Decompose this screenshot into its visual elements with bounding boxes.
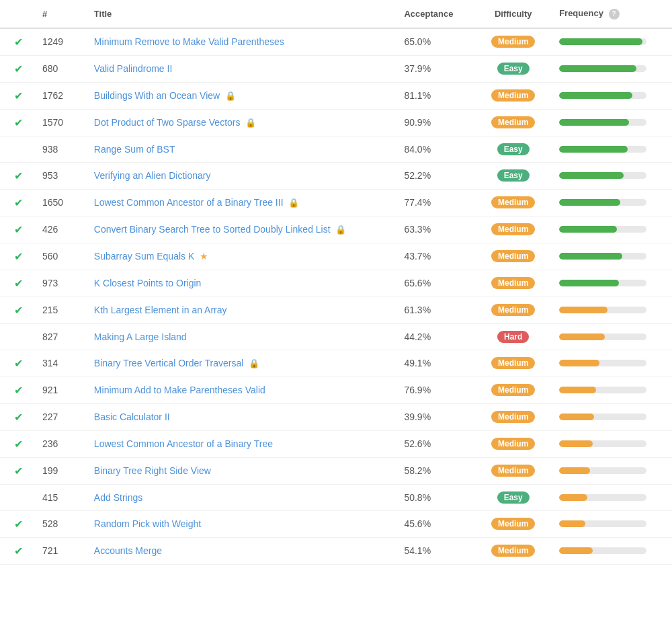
problem-number: 1249 [37, 28, 89, 56]
check-icon: ✔ [14, 438, 23, 450]
difficulty-badge: Medium [491, 384, 535, 396]
problem-title-link[interactable]: Kth Largest Element in an Array [94, 305, 227, 315]
difficulty-cell: Hard [472, 323, 554, 350]
problem-title-link[interactable]: Basic Calculator II [94, 411, 170, 422]
table-row: ✔953Verifying an Alien Dictionary52.2%Ea… [0, 162, 672, 189]
frequency-bar [559, 253, 622, 260]
check-cell: ✔ [0, 430, 37, 457]
lock-icon: 🔒 [286, 198, 300, 208]
problem-title-cell: Kth Largest Element in an Array [89, 297, 399, 323]
problem-number: 426 [37, 216, 89, 243]
problems-table-container: # Title Acceptance Difficulty Frequency … [0, 0, 672, 565]
problem-title-cell: Minimum Add to Make Parentheses Valid [89, 377, 399, 403]
frequency-help-icon[interactable]: ? [609, 9, 620, 19]
frequency-cell [554, 189, 672, 216]
acceptance-rate: 49.1% [398, 350, 472, 377]
difficulty-cell: Medium [472, 430, 554, 457]
problem-title-cell: Random Pick with Weight [89, 510, 399, 537]
problem-title-link[interactable]: Minimum Remove to Make Valid Parentheses [94, 36, 284, 47]
table-row: ✔426Convert Binary Search Tree to Sorted… [0, 216, 672, 243]
difficulty-cell: Medium [472, 297, 554, 323]
frequency-bar [559, 360, 599, 366]
problem-title-link[interactable]: Add Strings [94, 492, 142, 503]
frequency-bar-container [559, 387, 646, 393]
problem-title-cell: Binary Tree Vertical Order Traversal 🔒 [89, 350, 399, 377]
frequency-bar [559, 119, 629, 126]
difficulty-badge: Hard [497, 331, 529, 343]
frequency-bar-container [559, 253, 646, 260]
table-row: ✔236Lowest Common Ancestor of a Binary T… [0, 430, 672, 457]
table-row: ✔721Accounts Merge54.1%Medium [0, 537, 672, 564]
check-icon: ✔ [14, 117, 23, 128]
table-row: 938Range Sum of BST84.0%Easy [0, 136, 672, 162]
problem-number: 215 [37, 297, 89, 323]
problem-title-link[interactable]: Binary Tree Right Side View [94, 465, 211, 476]
problem-title-cell: Buildings With an Ocean View 🔒 [89, 82, 399, 109]
problem-number: 528 [37, 510, 89, 537]
problem-title-cell: Binary Tree Right Side View [89, 457, 399, 484]
check-icon: ✔ [14, 170, 23, 182]
problem-number: 721 [37, 537, 89, 564]
problem-title-link[interactable]: Accounts Merge [94, 545, 162, 556]
difficulty-badge: Easy [497, 169, 530, 182]
check-icon: ✔ [14, 90, 23, 102]
acceptance-rate: 90.9% [398, 109, 472, 136]
check-icon: ✔ [14, 411, 23, 423]
frequency-bar [559, 226, 617, 233]
difficulty-badge: Medium [491, 304, 535, 316]
problem-number: 1650 [37, 189, 89, 216]
problem-title-link[interactable]: Binary Tree Vertical Order Traversal [94, 358, 244, 368]
problem-title-link[interactable]: Subarray Sum Equals K [94, 251, 194, 262]
difficulty-badge: Medium [491, 357, 535, 369]
problem-title-link[interactable]: Random Pick with Weight [94, 518, 201, 529]
difficulty-cell: Easy [472, 55, 554, 82]
check-cell [0, 136, 37, 162]
problem-title-link[interactable]: K Closest Points to Origin [94, 278, 202, 288]
problem-title-link[interactable]: Verifying an Alien Dictionary [94, 170, 211, 181]
problem-number: 314 [37, 350, 89, 377]
problem-title-link[interactable]: Buildings With an Ocean View [94, 90, 220, 101]
frequency-bar [559, 38, 642, 45]
problem-title-link[interactable]: Convert Binary Search Tree to Sorted Dou… [94, 224, 331, 235]
problem-title-link[interactable]: Range Sum of BST [94, 144, 175, 155]
frequency-cell [554, 510, 672, 537]
difficulty-badge: Medium [491, 545, 535, 557]
check-cell: ✔ [0, 537, 37, 564]
problem-title-cell: Making A Large Island [89, 323, 399, 350]
acceptance-rate: 39.9% [398, 403, 472, 430]
check-icon: ✔ [14, 545, 23, 557]
problem-title-link[interactable]: Making A Large Island [94, 331, 187, 342]
frequency-cell [554, 323, 672, 350]
problem-title-link[interactable]: Dot Product of Two Sparse Vectors [94, 117, 241, 128]
frequency-cell [554, 377, 672, 403]
problem-number: 680 [37, 55, 89, 82]
problem-title-link[interactable]: Lowest Common Ancestor of a Binary Tree [94, 438, 273, 449]
problem-title-link[interactable]: Minimum Add to Make Parentheses Valid [94, 385, 265, 395]
problem-title-link[interactable]: Valid Palindrome II [94, 63, 172, 74]
table-row: ✔560Subarray Sum Equals K ★43.7%Medium [0, 243, 672, 270]
frequency-bar [559, 414, 594, 420]
difficulty-cell: Medium [472, 82, 554, 109]
check-icon: ✔ [14, 251, 23, 262]
table-row: ✔199Binary Tree Right Side View58.2%Medi… [0, 457, 672, 484]
problem-title-cell: Dot Product of Two Sparse Vectors 🔒 [89, 109, 399, 136]
difficulty-badge: Medium [491, 89, 535, 102]
difficulty-badge: Medium [491, 465, 535, 477]
frequency-cell [554, 216, 672, 243]
table-row: ✔314Binary Tree Vertical Order Traversal… [0, 350, 672, 377]
difficulty-cell: Medium [472, 28, 554, 56]
freq-label: Frequency [559, 8, 603, 18]
star-icon[interactable]: ★ [197, 251, 208, 262]
frequency-bar-container [559, 199, 646, 206]
problem-title-cell: Verifying an Alien Dictionary [89, 162, 399, 189]
frequency-cell [554, 430, 672, 457]
check-icon: ✔ [14, 358, 23, 369]
difficulty-badge: Medium [491, 116, 535, 128]
problem-title-link[interactable]: Lowest Common Ancestor of a Binary Tree … [94, 197, 284, 208]
difficulty-cell: Easy [472, 162, 554, 189]
header-check [0, 0, 37, 28]
acceptance-rate: 65.0% [398, 28, 472, 56]
acceptance-rate: 52.6% [398, 430, 472, 457]
acceptance-rate: 81.1% [398, 82, 472, 109]
problems-table: # Title Acceptance Difficulty Frequency … [0, 0, 672, 565]
